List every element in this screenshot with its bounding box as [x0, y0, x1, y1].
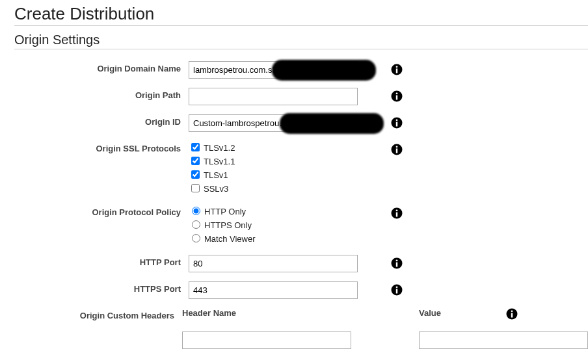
divider — [14, 25, 588, 26]
http-only-radio[interactable] — [192, 207, 200, 215]
origin-domain-name-label: Origin Domain Name — [5, 61, 189, 73]
tls11-checkbox[interactable] — [191, 157, 200, 165]
origin-custom-headers-label: Origin Custom Headers — [5, 308, 182, 320]
https-port-input[interactable] — [189, 281, 358, 299]
match-viewer-label: Match Viewer — [204, 234, 256, 244]
http-only-label: HTTP Only — [204, 207, 246, 216]
tls1-checkbox[interactable] — [191, 170, 200, 179]
http-port-label: HTTP Port — [5, 255, 189, 267]
match-viewer-radio[interactable] — [192, 234, 200, 242]
info-icon[interactable] — [391, 207, 403, 219]
info-icon[interactable] — [506, 308, 518, 320]
origin-protocol-policy-label: Origin Protocol Policy — [5, 205, 189, 217]
redacted-overlay — [272, 60, 376, 81]
sslv3-option: SSLv3 — [189, 182, 358, 196]
match-viewer-option: Match Viewer — [189, 232, 358, 246]
https-port-label: HTTPS Port — [5, 281, 189, 294]
info-icon[interactable] — [391, 257, 403, 269]
tls12-label: TLSv1.2 — [204, 143, 235, 153]
tls1-label: TLSv1 — [204, 170, 228, 180]
info-icon[interactable] — [391, 64, 403, 75]
origin-id-label: Origin ID — [5, 114, 189, 127]
http-only-option: HTTP Only — [189, 205, 358, 218]
tls12-checkbox[interactable] — [191, 143, 200, 151]
tls12-option: TLSv1.2 — [189, 141, 358, 155]
https-only-radio[interactable] — [192, 220, 200, 229]
info-icon[interactable] — [391, 90, 403, 102]
origin-ssl-protocols-label: Origin SSL Protocols — [5, 141, 189, 153]
origin-path-input[interactable] — [189, 88, 358, 105]
origin-settings-form: Origin Domain Name Origin Path Origin ID… — [5, 61, 588, 349]
https-only-label: HTTPS Only — [204, 220, 252, 230]
page-title: Create Distribution — [14, 4, 588, 24]
header-value-input[interactable] — [419, 332, 588, 349]
tls1-option: TLSv1 — [189, 168, 358, 182]
info-icon[interactable] — [391, 117, 403, 129]
header-value-column: Value — [419, 308, 441, 320]
redacted-overlay — [280, 113, 384, 134]
section-title: Origin Settings — [14, 32, 588, 47]
sslv3-label: SSLv3 — [204, 184, 228, 194]
divider — [14, 49, 588, 49]
https-only-option: HTTPS Only — [189, 218, 358, 232]
info-icon[interactable] — [391, 284, 403, 296]
tls11-label: TLSv1.1 — [204, 157, 235, 166]
origin-path-label: Origin Path — [5, 88, 189, 100]
info-icon[interactable] — [391, 144, 403, 155]
header-name-input[interactable] — [182, 332, 351, 349]
sslv3-checkbox[interactable] — [191, 184, 200, 192]
header-name-column: Header Name — [182, 308, 351, 320]
http-port-input[interactable] — [189, 255, 358, 272]
tls11-option: TLSv1.1 — [189, 155, 358, 168]
